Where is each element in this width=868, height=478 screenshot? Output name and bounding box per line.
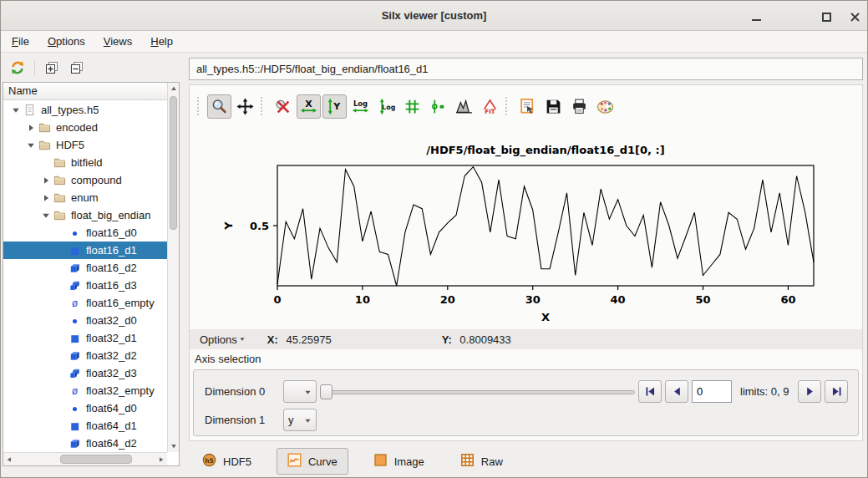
x-autoscale-button[interactable]: X <box>297 94 321 119</box>
tree-item-label: float32_d3 <box>84 367 137 379</box>
save-button[interactable] <box>541 94 566 119</box>
plot-area[interactable]: /HDF5/float_big_endian/float16_d1[0, :]0… <box>194 129 860 328</box>
tab-label: Raw <box>481 455 503 468</box>
axis-selection-group: Dimension 0 limits: 0, 9 Dimension 1 <box>193 369 859 436</box>
tab-label: HDF5 <box>223 455 251 468</box>
tree-item-enum[interactable]: enum <box>3 189 167 206</box>
expander-spacer <box>57 404 69 414</box>
expander-open-icon[interactable] <box>42 211 53 221</box>
tree-horizontal-scrollbar[interactable] <box>3 452 167 465</box>
folder-icon <box>53 156 69 170</box>
axis-selection-title: Axis selection <box>195 353 261 365</box>
expander-open-icon[interactable] <box>27 140 38 150</box>
pan-mode-button[interactable] <box>233 94 257 119</box>
tree-item-bitfield[interactable]: bitfield <box>3 154 167 171</box>
next-frame-button[interactable] <box>798 380 821 403</box>
tree-item-float32_empty[interactable]: øfloat32_empty <box>3 382 167 399</box>
expand-all-button[interactable] <box>42 58 62 78</box>
tree-item-label: float16_d2 <box>84 262 137 274</box>
menu-file[interactable]: File <box>3 31 38 53</box>
maximize-button[interactable] <box>817 8 835 26</box>
y-log-scale-button[interactable]: Log <box>374 94 398 119</box>
tree-vertical-scrollbar[interactable] <box>167 83 179 452</box>
tab-curve[interactable]: Curve <box>277 448 348 475</box>
title-bar[interactable]: Silx viewer [custom] <box>1 1 867 31</box>
tree-item-float16_d1[interactable]: float16_d1 <box>3 242 167 259</box>
tree-item-all_types.h5[interactable]: all_types.h5 <box>3 101 167 119</box>
menu-views[interactable]: Views <box>94 31 141 53</box>
x-log-scale-button[interactable]: Log <box>348 94 373 119</box>
slider-handle[interactable] <box>320 384 332 399</box>
tree-item-encoded[interactable]: encoded <box>3 119 167 136</box>
d3-icon <box>69 367 84 380</box>
menu-help[interactable]: Help <box>141 31 182 53</box>
expander-closed-icon[interactable] <box>27 123 38 133</box>
scroll-right-icon[interactable] <box>155 453 167 465</box>
dimension-0-combo[interactable] <box>283 380 317 403</box>
scroll-down-icon[interactable] <box>168 440 179 452</box>
grid-toggle-button[interactable] <box>400 94 424 119</box>
tree-item-float16_empty[interactable]: øfloat16_empty <box>3 294 167 312</box>
expander-open-icon[interactable] <box>12 105 23 115</box>
tab-image[interactable]: Image <box>363 448 435 475</box>
expander-closed-icon[interactable] <box>42 175 53 186</box>
svg-text:Log: Log <box>382 103 395 110</box>
curve-viewer: XYLogLogFIT /HDF5/float_big_endian/float… <box>189 84 863 441</box>
tree-item-compound[interactable]: compound <box>3 171 167 189</box>
tab-raw[interactable]: Raw <box>449 448 514 475</box>
scroll-left-icon[interactable] <box>3 453 15 465</box>
menu-options[interactable]: Options <box>38 31 94 53</box>
tree-item-float32_d2[interactable]: float32_d2 <box>3 347 167 364</box>
tree-item-float32_d1[interactable]: float32_d1 <box>3 329 167 347</box>
first-frame-button[interactable] <box>638 380 662 403</box>
histogram-button[interactable] <box>452 94 476 119</box>
options-button[interactable]: Options <box>200 333 246 346</box>
zoom-mode-button[interactable] <box>207 94 231 119</box>
curve-plot[interactable]: /HDF5/float_big_endian/float16_d1[0, :]0… <box>194 129 860 328</box>
tree-item-float16_d0[interactable]: float16_d0 <box>3 224 167 242</box>
tree-item-float64_d2[interactable]: float64_d2 <box>3 435 167 452</box>
tree-item-float_big_endian[interactable]: float_big_endian <box>3 206 167 224</box>
tree-item-label: float64_d0 <box>84 402 137 414</box>
print-button[interactable] <box>567 94 591 119</box>
collapse-all-button[interactable] <box>67 58 87 78</box>
zoom-back-button[interactable] <box>271 94 295 119</box>
tab-hdf5-icon: h5 <box>202 453 216 470</box>
tree-item-float32_d3[interactable]: float32_d3 <box>3 364 167 382</box>
toolbar-handle <box>505 97 510 115</box>
tree-item-float16_d2[interactable]: float16_d2 <box>3 259 167 277</box>
fit-button[interactable]: FIT <box>478 94 502 119</box>
refresh-button[interactable] <box>8 58 28 78</box>
tab-hdf5[interactable]: h5HDF5 <box>191 448 262 475</box>
tree-item-label: float16_empty <box>84 297 155 309</box>
svg-text:X: X <box>305 98 312 109</box>
colormap-button[interactable] <box>593 94 617 119</box>
expander-spacer <box>57 386 69 396</box>
last-frame-button[interactable] <box>825 380 848 403</box>
tree-item-label: float32_d1 <box>84 332 137 344</box>
frame-number-input[interactable] <box>692 380 732 403</box>
tree-item-HDF5[interactable]: HDF5 <box>3 136 167 154</box>
tree-item-float64_d0[interactable]: float64_d0 <box>3 399 167 417</box>
scroll-up-icon[interactable] <box>168 83 179 94</box>
dimension-1-combo[interactable]: y <box>283 409 317 431</box>
slider-groove[interactable] <box>320 390 635 394</box>
expander-spacer <box>57 298 69 308</box>
tree-item-float16_d3[interactable]: float16_d3 <box>3 277 167 294</box>
expander-closed-icon[interactable] <box>42 193 53 203</box>
tree-item-label: float16_d1 <box>84 244 137 257</box>
close-button[interactable] <box>845 8 864 26</box>
copy-to-clipboard-button[interactable] <box>515 94 540 119</box>
tree-item-float64_d1[interactable]: float64_d1 <box>3 417 167 435</box>
horizontal-scroll-thumb[interactable] <box>60 455 132 464</box>
tree-item-float32_d0[interactable]: float32_d0 <box>3 312 167 329</box>
frame-slider[interactable] <box>320 380 635 403</box>
minimize-button[interactable] <box>747 8 765 26</box>
curve-style-button[interactable] <box>426 94 450 119</box>
d1-icon <box>69 244 84 257</box>
tree-item-label: all_types.h5 <box>38 104 99 116</box>
svg-text:Y: Y <box>222 221 235 231</box>
y-autoscale-button[interactable]: Y <box>322 94 347 119</box>
vertical-scroll-thumb[interactable] <box>170 96 177 230</box>
previous-frame-button[interactable] <box>665 380 688 403</box>
